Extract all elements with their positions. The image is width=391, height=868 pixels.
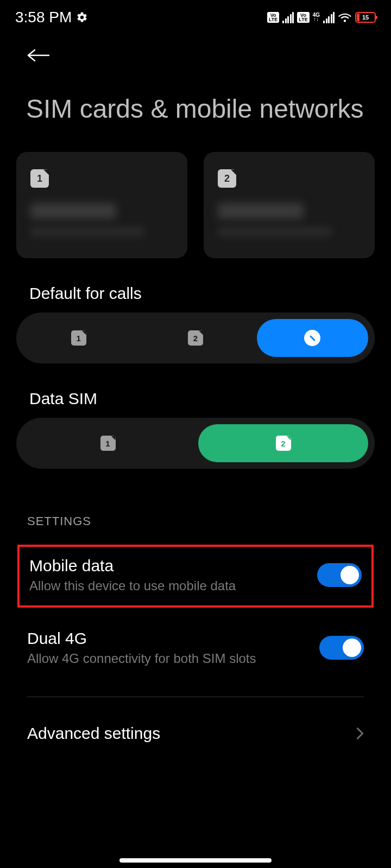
sim-chip-icon: 1 bbox=[71, 330, 86, 346]
advanced-settings-row[interactable]: Advanced settings bbox=[0, 697, 391, 743]
default-calls-ask[interactable] bbox=[257, 319, 368, 357]
battery-icon: 15 bbox=[355, 12, 376, 23]
status-left: 3:58 PM bbox=[15, 9, 88, 26]
sim-chip-icon: 2 bbox=[188, 330, 203, 346]
data-sim-label: Data SIM bbox=[0, 363, 391, 418]
sim-chip-icon: 1 bbox=[100, 436, 116, 451]
mobile-data-title: Mobile data bbox=[29, 557, 236, 575]
sim1-name-redacted bbox=[30, 203, 116, 219]
default-calls-selector: 1 2 bbox=[16, 312, 375, 363]
default-calls-sim2[interactable]: 2 bbox=[140, 319, 251, 357]
default-calls-label: Default for calls bbox=[0, 258, 391, 312]
settings-gear-icon bbox=[76, 11, 88, 23]
home-indicator[interactable] bbox=[119, 858, 272, 863]
sim-chip-icon: 1 bbox=[30, 169, 49, 188]
data-sim-2[interactable]: 2 bbox=[198, 424, 368, 462]
volte-icon-2: VoLTE bbox=[297, 12, 309, 23]
sim-chip-icon: 2 bbox=[218, 169, 236, 188]
advanced-settings-title: Advanced settings bbox=[27, 724, 160, 743]
dual-4g-toggle[interactable] bbox=[319, 636, 364, 660]
sim-card-row: 1 2 bbox=[0, 126, 391, 258]
sim2-name-redacted bbox=[218, 203, 304, 219]
data-sim-1[interactable]: 1 bbox=[23, 424, 193, 462]
dual-4g-subtitle: Allow 4G connectivity for both SIM slots bbox=[27, 651, 256, 666]
mobile-data-subtitle: Allow this device to use mobile data bbox=[29, 578, 236, 593]
sim1-number-redacted bbox=[30, 227, 144, 237]
status-time: 3:58 PM bbox=[15, 9, 72, 26]
status-bar: 3:58 PM VoLTE VoLTE 4G ↑↓ 15 bbox=[0, 0, 391, 33]
network-type-icon: 4G ↑↓ bbox=[313, 13, 320, 22]
dual-4g-row[interactable]: Dual 4G Allow 4G connectivity for both S… bbox=[0, 608, 391, 682]
default-calls-sim1[interactable]: 1 bbox=[23, 319, 134, 357]
volte-icon: VoLTE bbox=[267, 12, 279, 23]
dual-4g-title: Dual 4G bbox=[27, 629, 256, 648]
sim-chip-icon: 2 bbox=[276, 436, 291, 451]
mobile-data-highlight: Mobile data Allow this device to use mob… bbox=[17, 545, 374, 608]
signal-sim1-icon bbox=[282, 12, 294, 23]
sim-card-2[interactable]: 2 bbox=[204, 152, 375, 258]
status-right: VoLTE VoLTE 4G ↑↓ 15 bbox=[267, 11, 376, 23]
sim2-number-redacted bbox=[218, 227, 332, 237]
mobile-data-toggle[interactable] bbox=[317, 563, 362, 587]
sim-card-1[interactable]: 1 bbox=[16, 152, 187, 258]
mobile-data-row[interactable]: Mobile data Allow this device to use mob… bbox=[20, 547, 371, 605]
chevron-right-icon bbox=[356, 727, 364, 740]
data-sim-selector: 1 2 bbox=[16, 418, 375, 469]
wifi-icon bbox=[338, 11, 352, 23]
page-title: SIM cards & mobile networks bbox=[0, 73, 391, 126]
no-preference-icon bbox=[304, 330, 320, 346]
settings-section-header: SETTINGS bbox=[0, 469, 391, 545]
signal-sim2-icon bbox=[323, 12, 335, 23]
back-arrow-icon[interactable] bbox=[26, 46, 52, 65]
